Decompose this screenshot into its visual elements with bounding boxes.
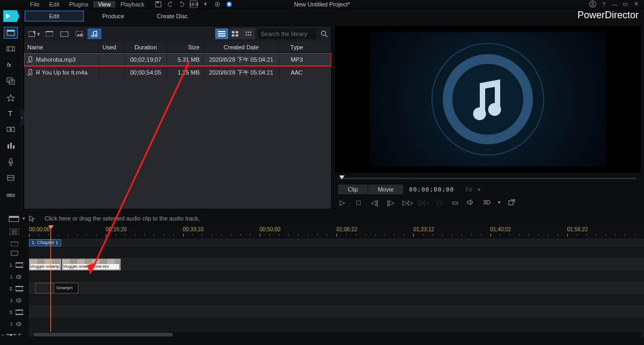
track-gutter[interactable]: 3. xyxy=(0,319,29,328)
notification-bell-icon[interactable] xyxy=(225,1,233,8)
timeline-track[interactable] xyxy=(29,319,644,328)
timeline-track[interactable] xyxy=(29,295,644,305)
title-room-icon[interactable]: T xyxy=(4,107,18,119)
timeline-clip[interactable]: Smartph xyxy=(35,283,78,293)
col-size[interactable]: Size xyxy=(167,41,203,53)
chapter-room-icon[interactable] xyxy=(4,172,18,183)
close-icon[interactable]: ✕ xyxy=(632,1,640,8)
preview-fit-chevron-icon[interactable]: ▾ xyxy=(478,186,481,193)
menu-plugins[interactable]: Plugins xyxy=(64,1,93,8)
marker-gutter[interactable] xyxy=(0,248,29,258)
loop-icon[interactable]: ▭ xyxy=(451,199,459,207)
timeline-zoom[interactable]: –━●━+ xyxy=(1,332,21,337)
timeline-horizontal-scrollbar[interactable] xyxy=(32,332,642,337)
track-gutter[interactable]: 2. xyxy=(0,281,29,295)
sidebar-expand-icon[interactable]: › xyxy=(20,109,24,126)
menu-view[interactable]: View xyxy=(93,1,116,8)
timeline-track[interactable] xyxy=(29,305,644,319)
prev-frame-icon[interactable]: ◁| xyxy=(370,199,379,207)
save-icon[interactable] xyxy=(155,1,162,8)
col-name[interactable]: Name xyxy=(24,41,99,53)
fast-forward-icon[interactable]: ▷▷ xyxy=(402,199,411,207)
timeline-clip[interactable]: vlogger-smartphone-rev xyxy=(62,259,121,270)
detail-view-icon[interactable] xyxy=(242,28,255,39)
chevron-down-icon[interactable]: ▾ xyxy=(202,1,209,8)
scrub-thumb-icon[interactable] xyxy=(339,175,345,179)
menu-edit[interactable]: Edit xyxy=(45,1,64,8)
next-frame-icon[interactable]: |▷ xyxy=(386,199,395,207)
chapter-marker[interactable]: 1. Chapter 1 xyxy=(29,239,61,246)
undock-icon[interactable] xyxy=(508,199,517,205)
timeline-track[interactable]: Smartph xyxy=(29,281,644,295)
cursor-arrow-icon[interactable] xyxy=(28,215,36,222)
chapter-row[interactable]: 1. Chapter 1 xyxy=(29,238,644,248)
library-row[interactable]: Mahoroba.mp300;02;19;075.31 MB2020/8/28 … xyxy=(24,53,331,66)
movie-mode-button[interactable]: Movie xyxy=(368,185,403,194)
display-mode-icon[interactable] xyxy=(57,28,71,39)
menu-playback[interactable]: Playback xyxy=(115,1,149,8)
col-created-date[interactable]: Created Date xyxy=(203,41,280,53)
timeline-clip[interactable]: vlogger-smartp xyxy=(29,259,61,270)
preview-viewport[interactable] xyxy=(335,26,641,173)
help-icon[interactable]: ? xyxy=(600,1,608,8)
library-row[interactable]: R You Up for It.m4a00;00;54;051.25 MB202… xyxy=(24,66,331,79)
track-gutter[interactable]: 1. xyxy=(0,258,29,271)
list-view-icon[interactable] xyxy=(215,28,228,39)
tab-create-disc[interactable]: Create Disc xyxy=(143,11,202,21)
library-search-input[interactable] xyxy=(258,28,317,39)
audio-filter-icon[interactable] xyxy=(87,28,101,39)
effects-room-icon[interactable] xyxy=(4,43,18,55)
marker-row[interactable] xyxy=(29,248,644,258)
timeline-tool-icon[interactable] xyxy=(9,215,19,222)
aspect-ratio-icon[interactable]: 16:9 xyxy=(190,1,197,8)
maximize-icon[interactable]: ▭ xyxy=(621,1,629,8)
col-used[interactable]: Used xyxy=(99,41,125,53)
snapshot-icon[interactable]: ◻ xyxy=(435,199,443,207)
tab-edit[interactable]: Edit xyxy=(25,11,84,21)
transition-room-icon[interactable] xyxy=(4,123,18,135)
timeline-tool-chevron-icon[interactable]: ▾ xyxy=(23,216,25,221)
timeline-area[interactable]: 00;00;0000;16;2000;33;1000;50;0001;06;22… xyxy=(29,225,644,337)
audio-mixing-room-icon[interactable] xyxy=(4,140,18,151)
voice-over-room-icon[interactable] xyxy=(4,156,18,167)
search-icon[interactable] xyxy=(321,31,328,38)
pip-room-icon[interactable] xyxy=(4,75,18,87)
account-icon[interactable] xyxy=(589,1,597,8)
playhead[interactable] xyxy=(50,225,51,337)
clip-mode-button[interactable]: Clip xyxy=(338,185,368,194)
chapter-gutter[interactable] xyxy=(0,238,29,248)
step-forward-icon[interactable]: ▷▷ xyxy=(419,199,427,207)
subtitle-room-icon[interactable]: ABC xyxy=(4,188,18,200)
track-gutter[interactable]: 3. xyxy=(0,305,29,319)
timeline-ruler[interactable]: 00;00;0000;16;2000;33;1000;50;0001;06;22… xyxy=(29,225,644,238)
track-gutter[interactable]: 2. xyxy=(0,295,29,305)
zoom-out-icon[interactable]: – xyxy=(1,332,4,337)
menu-file[interactable]: File xyxy=(25,1,45,8)
zoom-in-icon[interactable]: + xyxy=(18,332,21,337)
tab-produce[interactable]: Produce xyxy=(84,11,143,21)
track-gutter[interactable]: 1. xyxy=(0,271,29,281)
play-icon[interactable]: ▷ xyxy=(338,199,347,207)
settings-gear-icon[interactable] xyxy=(214,1,221,8)
image-filter-icon[interactable] xyxy=(72,28,86,39)
redo-icon[interactable] xyxy=(178,1,186,8)
stop-icon[interactable]: □ xyxy=(354,199,363,207)
timeline-track[interactable]: vlogger-smartpvlogger-smartphone-rev xyxy=(29,258,644,271)
media-filter-all-icon[interactable] xyxy=(42,28,56,39)
timeline-track[interactable] xyxy=(29,271,644,281)
grid-view-icon[interactable] xyxy=(229,28,241,39)
preview-scrubber[interactable] xyxy=(335,173,641,183)
preview-fit-label[interactable]: Fit xyxy=(460,186,477,193)
col-type[interactable]: Type xyxy=(280,41,314,53)
particle-room-icon[interactable] xyxy=(4,91,18,103)
minimize-icon[interactable]: — xyxy=(611,1,618,8)
volume-icon[interactable] xyxy=(467,199,475,205)
media-room-icon[interactable] xyxy=(4,27,18,39)
import-media-icon[interactable]: ▾ xyxy=(27,28,41,39)
undo-icon[interactable] xyxy=(166,1,174,8)
track-options-icon[interactable] xyxy=(0,225,29,238)
three-d-button[interactable]: 3D xyxy=(483,199,491,205)
col-duration[interactable]: Duration xyxy=(125,41,167,53)
zoom-slider[interactable]: ━●━ xyxy=(6,332,16,337)
scrollbar-thumb[interactable] xyxy=(33,333,173,336)
